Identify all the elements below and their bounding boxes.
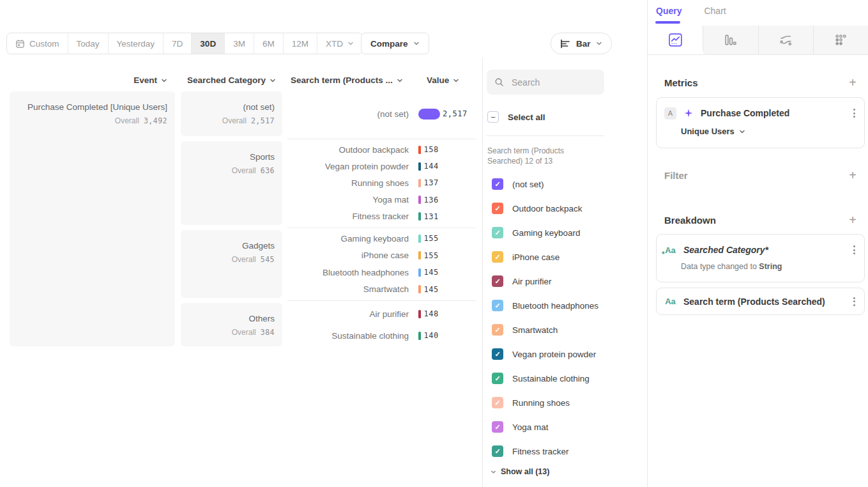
insights-icon [668,33,683,47]
segment-checkbox[interactable]: ✓ [492,373,503,384]
funnels-report-tab[interactable] [703,26,758,54]
date-range-yesterday[interactable]: Yesterday [109,33,164,54]
segment-item[interactable]: ✓Air purifier [487,269,604,293]
segment-item[interactable]: ✓Running shoes [487,390,604,415]
add-breakdown-button[interactable]: + [849,213,857,226]
kebab-menu-icon[interactable] [852,295,857,309]
header-label: Value [427,75,449,85]
search-icon [494,77,504,87]
retention-report-tab[interactable] [813,26,868,54]
breakdown-title: Search term (Products Searched) [683,297,845,307]
table-row[interactable]: Smartwatch145 [287,284,479,294]
table-row[interactable]: Bluetooth headphones145 [287,268,479,277]
flows-report-tab[interactable] [758,26,813,54]
category-cell[interactable]: OthersOverall384 [181,303,282,346]
metric-card[interactable]: A Purchase Completed Unique Users [656,97,865,148]
kebab-menu-icon[interactable] [852,243,857,257]
table-row[interactable]: Vegan protein powder144 [287,162,479,171]
value-label: 131 [424,212,439,221]
table-row[interactable]: Yoga mat136 [287,195,479,205]
date-range-12m[interactable]: 12M [284,33,317,54]
segment-checkbox[interactable]: ✓ [492,300,503,311]
date-range-6m[interactable]: 6M [254,33,284,54]
category-cell[interactable]: GadgetsOverall545 [181,230,282,298]
segment-checkbox[interactable]: ✓ [492,227,503,238]
date-range-3m[interactable]: 3M [225,33,254,54]
search-input[interactable] [510,77,590,88]
table-row[interactable]: Fitness tracker131 [287,212,479,221]
show-all-label: Show all (13) [501,467,549,476]
segment-checkbox[interactable]: ✓ [492,203,503,214]
date-range-custom[interactable]: Custom [7,33,68,54]
add-metric-button[interactable]: + [849,76,857,89]
segment-checkbox[interactable]: ✓ [492,251,503,263]
tab-query[interactable]: Query [656,6,681,16]
table-row[interactable]: Gaming keyboard155 [287,234,479,244]
select-all-checkbox[interactable]: − [487,111,499,123]
segment-checkbox[interactable]: ✓ [492,348,503,360]
category-cell[interactable]: (not set)Overall2,517 [181,91,282,136]
value-rows-group: (not set)2,517 [287,91,479,136]
value-bar [418,179,421,187]
segment-item[interactable]: ✓iPhone case [487,245,604,269]
compare-button[interactable]: Compare [361,33,429,54]
segment-checkbox[interactable]: ✓ [492,397,503,408]
segment-item[interactable]: ✓Fitness tracker [487,439,604,463]
date-range-30d[interactable]: 30D [192,33,225,54]
segment-checkbox[interactable]: ✓ [492,421,503,433]
value-bar [418,196,421,204]
chevron-down-icon [347,40,354,47]
metric-aggregation-dropdown[interactable]: Unique Users [681,127,864,136]
segment-search[interactable] [487,70,604,95]
value-bar [418,162,421,171]
chevron-down-icon [161,77,167,84]
category-overall: Overall636 [181,166,275,175]
panel-divider [482,58,483,487]
segment-checkbox[interactable]: ✓ [492,324,503,336]
event-cell[interactable]: Purchase Completed [Unique Users] Overal… [10,91,175,346]
table-row[interactable]: Outdoor backpack158 [287,145,479,155]
category-cell[interactable]: SportsOverall636 [181,141,282,225]
overall-value: 3,492 [144,116,167,125]
add-filter-button[interactable]: + [849,169,857,182]
breakdown-card-search-term[interactable]: Aa Search term (Products Searched) [656,288,865,315]
select-all-row[interactable]: − Select all [487,111,545,123]
segment-label: Running shoes [512,398,570,408]
column-header-search-term[interactable]: Search term (Products ... [291,75,403,85]
segment-item[interactable]: ✓Smartwatch [487,318,604,342]
chevron-down-icon [453,77,459,84]
kebab-menu-icon[interactable] [852,106,857,120]
segment-item[interactable]: ✓Yoga mat [487,415,604,439]
segment-item[interactable]: ✓Vegan protein powder [487,342,604,366]
date-range-xtd[interactable]: XTD [317,33,362,54]
breakdown-card-searched-category[interactable]: Aa* Searched Category* Data type changed… [656,234,865,282]
segment-label: Yoga mat [512,422,549,432]
date-range-today[interactable]: Today [68,33,109,54]
table-row[interactable]: Sustainable clothing140 [287,331,479,341]
table-row[interactable]: (not set)2,517 [287,109,479,120]
column-header-event[interactable]: Event [10,75,167,85]
table-row[interactable]: Air purifier148 [287,309,479,319]
table-row[interactable]: Running shoes137 [287,178,479,188]
segment-item[interactable]: ✓Gaming keyboard [487,220,604,245]
segment-checkbox[interactable]: ✓ [492,178,503,190]
segment-checkbox[interactable]: ✓ [492,445,503,457]
term-label: Running shoes [287,178,409,188]
chevron-down-icon [739,128,745,135]
column-header-searched-category[interactable]: Searched Category [181,75,282,85]
value-label: 145 [424,285,439,294]
segment-checkbox[interactable]: ✓ [492,275,503,287]
date-range-7d[interactable]: 7D [164,33,192,54]
segment-item[interactable]: ✓Bluetooth headphones [487,293,604,318]
show-all-button[interactable]: Show all (13) [491,467,549,476]
tab-chart[interactable]: Chart [704,6,726,16]
insights-report-tab[interactable] [648,26,703,54]
segment-item[interactable]: ✓Sustainable clothing [487,366,604,390]
chart-type-button[interactable]: Bar [551,33,612,54]
term-label: Outdoor backpack [287,145,409,155]
query-panel: Query Chart Metrics + A [647,0,868,487]
column-header-value[interactable]: Value [427,75,459,85]
table-row[interactable]: iPhone case155 [287,251,479,260]
segment-item[interactable]: ✓(not set) [487,172,604,196]
segment-item[interactable]: ✓Outdoor backpack [487,196,604,220]
